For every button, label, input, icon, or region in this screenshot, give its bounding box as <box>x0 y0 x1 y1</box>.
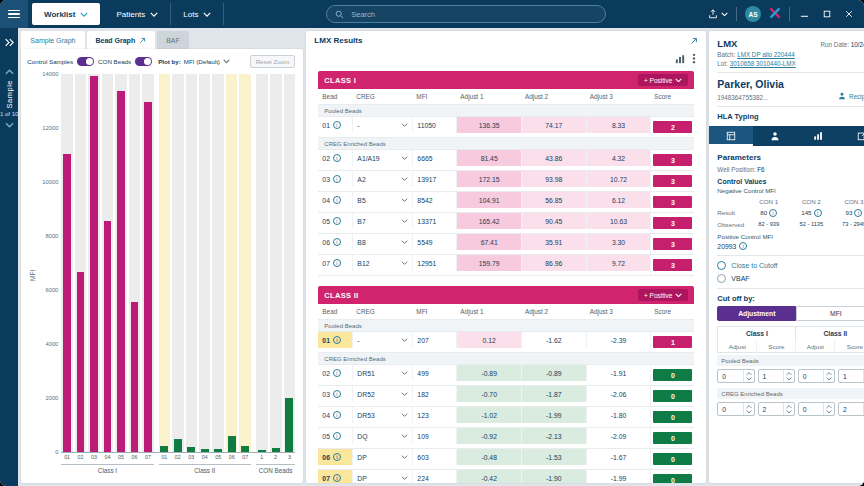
info-icon[interactable]: i <box>333 336 341 344</box>
tab-patients[interactable]: Patients <box>104 3 171 25</box>
chart-bar[interactable] <box>160 446 168 452</box>
con-beads-toggle[interactable] <box>135 57 152 66</box>
user-avatar[interactable]: AS <box>745 6 761 22</box>
info-icon[interactable]: i <box>333 238 341 246</box>
creg-dropdown[interactable]: DP <box>352 449 412 465</box>
positive-button[interactable]: + Positive <box>638 74 688 86</box>
stepper-arrows[interactable] <box>783 370 794 382</box>
control-samples-toggle[interactable] <box>77 57 94 66</box>
creg-dropdown[interactable]: A2 <box>352 171 412 187</box>
plot-by-dropdown[interactable]: Plot by: MFI (Default) <box>158 58 230 65</box>
maximize-button[interactable] <box>820 7 834 21</box>
tab-analysis[interactable] <box>796 126 840 146</box>
info-icon[interactable]: i <box>769 209 777 217</box>
vbaf-radio[interactable]: VBAF <box>717 274 864 283</box>
export-button[interactable] <box>708 9 728 19</box>
lot-link[interactable]: 3010658 3010440-LMX <box>730 60 796 67</box>
chart-bar[interactable] <box>214 449 222 452</box>
info-icon[interactable]: i <box>854 209 862 217</box>
stepper-input[interactable]: 2 <box>758 402 795 416</box>
stepper-input[interactable]: 0 <box>798 402 835 416</box>
tab-sample-graph[interactable]: Sample Graph <box>21 31 84 49</box>
kebab-menu-icon[interactable] <box>692 50 696 68</box>
cutoff-option-mfi[interactable]: MFI <box>796 306 864 321</box>
info-icon[interactable]: i <box>333 411 341 419</box>
stepper-arrows[interactable] <box>823 403 834 415</box>
chart-bar[interactable] <box>63 154 71 452</box>
chart-bar[interactable] <box>174 439 182 452</box>
stepper-arrows[interactable] <box>823 370 834 382</box>
stepper-input[interactable]: 2 <box>838 402 864 416</box>
tab-lots[interactable]: Lots <box>171 3 224 25</box>
cutoff-option-adjustment[interactable]: Adjustment <box>717 306 796 321</box>
tab-bead-graph[interactable]: Bead Graph <box>87 31 156 49</box>
previous-sample-button[interactable] <box>3 67 16 77</box>
tab-parameters[interactable] <box>709 126 753 146</box>
creg-dropdown[interactable]: A1/A19 <box>352 150 412 166</box>
info-icon[interactable]: i <box>739 242 747 250</box>
chart-bar[interactable] <box>90 76 98 452</box>
close-button[interactable] <box>842 7 856 21</box>
search-bar[interactable] <box>326 5 606 23</box>
stepper-arrows[interactable] <box>743 403 754 415</box>
positive-button[interactable]: + Positive <box>638 289 688 301</box>
info-icon[interactable]: i <box>333 196 341 204</box>
tab-notes[interactable] <box>840 126 864 146</box>
chart-bar[interactable] <box>241 446 249 452</box>
chart-bar[interactable] <box>201 449 209 452</box>
info-icon[interactable]: i <box>333 390 341 398</box>
reset-zoom-button[interactable]: Reset Zoom <box>250 55 296 68</box>
chart-bar[interactable] <box>144 102 152 452</box>
creg-dropdown[interactable]: - <box>352 117 412 133</box>
creg-dropdown[interactable]: B8 <box>352 234 412 250</box>
stepper-arrows[interactable] <box>783 403 794 415</box>
chart-bar[interactable] <box>117 91 125 452</box>
menu-button[interactable] <box>0 0 28 28</box>
creg-dropdown[interactable]: B7 <box>352 213 412 229</box>
creg-dropdown[interactable]: DR52 <box>352 386 412 402</box>
chart-bar[interactable] <box>187 447 195 452</box>
creg-dropdown[interactable]: B5 <box>352 192 412 208</box>
chart-view-icon[interactable] <box>675 50 685 68</box>
minimize-button[interactable] <box>798 7 812 21</box>
info-icon[interactable]: i <box>333 453 341 461</box>
chart-bar[interactable] <box>77 272 85 452</box>
search-input[interactable] <box>349 9 597 20</box>
open-in-new-icon[interactable] <box>690 37 698 45</box>
info-icon[interactable]: i <box>333 217 341 225</box>
creg-dropdown[interactable]: DP <box>352 470 412 483</box>
info-icon[interactable]: i <box>333 175 341 183</box>
info-icon[interactable]: i <box>333 121 341 129</box>
info-icon[interactable]: i <box>333 432 341 440</box>
stepper-arrows[interactable] <box>743 370 754 382</box>
chart-bar[interactable] <box>285 398 293 452</box>
info-icon[interactable]: i <box>814 209 822 217</box>
info-icon[interactable]: i <box>333 259 341 267</box>
stepper-input[interactable]: 0 <box>717 369 754 383</box>
info-icon[interactable]: i <box>333 474 341 482</box>
chart-bar[interactable] <box>272 448 280 452</box>
tab-patient-info[interactable] <box>753 126 797 146</box>
creg-dropdown[interactable]: DR53 <box>352 407 412 423</box>
creg-dropdown[interactable]: B12 <box>352 255 412 271</box>
chart-bar[interactable] <box>131 302 139 452</box>
info-icon[interactable]: i <box>333 154 341 162</box>
hla-typing-section[interactable]: HLA Typing <box>717 112 864 121</box>
next-sample-button[interactable] <box>3 120 16 130</box>
stepper-input[interactable]: 1 <box>838 369 864 383</box>
expand-panel-icon[interactable] <box>2 36 16 49</box>
stepper-input[interactable]: 0 <box>717 402 754 416</box>
stepper-input[interactable]: 1 <box>758 369 795 383</box>
stepper-input[interactable]: 0 <box>798 369 835 383</box>
batch-link[interactable]: LMX DP allo 220444 <box>737 51 795 58</box>
creg-dropdown[interactable]: DQ <box>352 428 412 444</box>
creg-dropdown[interactable]: DR51 <box>352 365 412 381</box>
chart-bar[interactable] <box>228 436 236 452</box>
creg-dropdown[interactable]: - <box>352 332 412 348</box>
tab-baf[interactable]: BAF <box>157 31 189 49</box>
chart-bar[interactable] <box>258 450 266 452</box>
open-in-new-icon[interactable] <box>139 37 146 44</box>
info-icon[interactable]: i <box>333 369 341 377</box>
close-to-cutoff-radio[interactable]: Close to Cutoff <box>717 261 864 270</box>
tab-worklist[interactable]: Worklist <box>32 3 100 25</box>
